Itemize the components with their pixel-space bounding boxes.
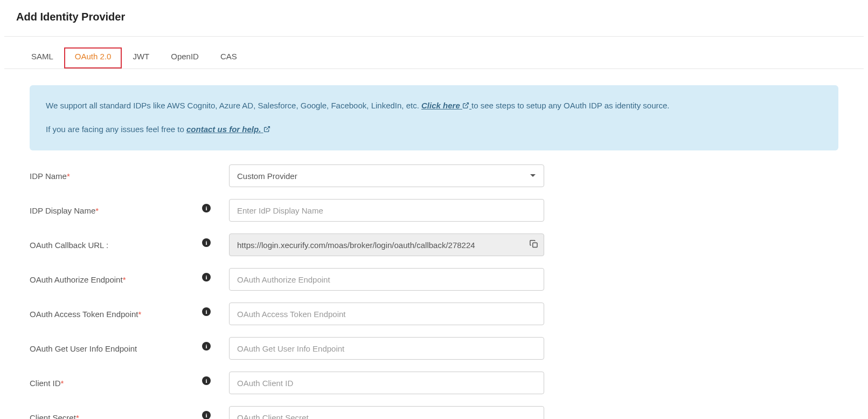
required-mark: * xyxy=(67,171,70,181)
required-mark: * xyxy=(138,310,142,319)
info-icon[interactable]: i xyxy=(202,376,211,385)
info-text-2: to see steps to setup any OAuth IDP as i… xyxy=(471,101,669,110)
external-link-icon xyxy=(263,122,270,138)
required-mark: * xyxy=(61,379,64,388)
tab-oauth[interactable]: OAuth 2.0 xyxy=(64,47,122,68)
callback-label: OAuth Callback URL : xyxy=(30,241,108,250)
svg-rect-2 xyxy=(533,243,537,247)
info-icon[interactable]: i xyxy=(202,238,211,247)
click-here-link[interactable]: Click here xyxy=(421,101,471,110)
userinfo-label: OAuth Get User Info Endpoint xyxy=(30,344,137,353)
contact-us-link[interactable]: contact us for help. xyxy=(186,125,270,134)
info-icon[interactable]: i xyxy=(202,411,211,419)
required-mark: * xyxy=(95,206,99,215)
tab-openid[interactable]: OpenID xyxy=(160,47,210,68)
info-icon[interactable]: i xyxy=(202,273,211,281)
row-authorize: OAuth Authorize Endpoint* i xyxy=(30,268,838,291)
row-token: OAuth Access Token Endpoint* i xyxy=(30,303,838,325)
client-secret-input[interactable] xyxy=(229,406,544,419)
token-endpoint-input[interactable] xyxy=(229,303,544,325)
tab-cas[interactable]: CAS xyxy=(210,47,248,68)
form: IDP Name* Custom Provider IDP Display Na… xyxy=(30,164,838,419)
info-text-1: We support all standard IDPs like AWS Co… xyxy=(46,101,421,110)
tab-saml[interactable]: SAML xyxy=(20,47,64,68)
idp-name-label: IDP Name xyxy=(30,171,67,181)
svg-line-0 xyxy=(465,103,468,106)
info-icon[interactable]: i xyxy=(202,204,211,212)
idp-display-label: IDP Display Name xyxy=(30,206,95,215)
external-link-icon xyxy=(462,99,469,114)
row-client-id: Client ID* i xyxy=(30,372,838,394)
content: We support all standard IDPs like AWS Co… xyxy=(0,69,868,419)
tabs: SAML OAuth 2.0 JWT OpenID CAS xyxy=(4,37,864,69)
idp-name-select[interactable]: Custom Provider xyxy=(229,164,544,187)
page-title: Add Identity Provider xyxy=(0,0,868,36)
row-client-secret: Client Secret* i xyxy=(30,406,838,419)
info-box: We support all standard IDPs like AWS Co… xyxy=(30,85,838,150)
copy-icon[interactable] xyxy=(529,239,539,251)
authorize-label: OAuth Authorize Endpoint xyxy=(30,275,123,284)
row-userinfo: OAuth Get User Info Endpoint i xyxy=(30,337,838,360)
required-mark: * xyxy=(76,413,79,420)
row-callback: OAuth Callback URL : i https://login.xec… xyxy=(30,233,838,256)
idp-display-input[interactable] xyxy=(229,199,544,222)
info-icon[interactable]: i xyxy=(202,342,211,351)
callback-url-field: https://login.xecurify.com/moas/broker/l… xyxy=(229,233,544,256)
info-icon[interactable]: i xyxy=(202,307,211,316)
client-id-input[interactable] xyxy=(229,372,544,394)
client-secret-label: Client Secret xyxy=(30,413,76,420)
tab-jwt[interactable]: JWT xyxy=(122,47,160,68)
userinfo-endpoint-input[interactable] xyxy=(229,337,544,360)
row-idp-name: IDP Name* Custom Provider xyxy=(30,164,838,187)
token-label: OAuth Access Token Endpoint xyxy=(30,310,138,319)
row-idp-display: IDP Display Name* i xyxy=(30,199,838,222)
client-id-label: Client ID xyxy=(30,379,61,388)
svg-line-1 xyxy=(266,126,269,129)
required-mark: * xyxy=(123,275,126,284)
info-text-3: If you are facing any issues feel free t… xyxy=(46,125,186,134)
authorize-endpoint-input[interactable] xyxy=(229,268,544,291)
